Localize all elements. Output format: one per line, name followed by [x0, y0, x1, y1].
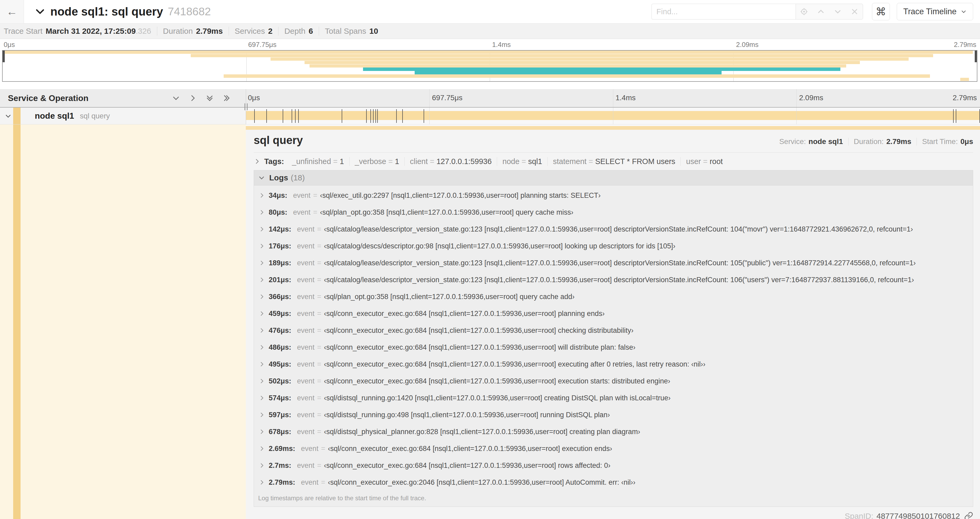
log-entry-row[interactable]: 476μs:event=‹sql/conn_executor_exec.go:6… [254, 322, 973, 339]
tag-item[interactable]: _verbose=1 [350, 157, 405, 166]
focus-target-icon[interactable] [800, 7, 808, 16]
trace-collapse-chevron-icon[interactable] [35, 6, 45, 17]
log-expand-chevron-icon[interactable] [259, 260, 265, 266]
tag-item[interactable]: statement=SELECT * FROM users [548, 157, 681, 166]
log-entry-row[interactable]: 502μs:event=‹sql/conn_executor_exec.go:6… [254, 373, 973, 390]
span-operation-name: sql query [80, 112, 110, 120]
log-expand-chevron-icon[interactable] [259, 446, 265, 452]
log-expand-chevron-icon[interactable] [259, 428, 265, 435]
expand-one-icon[interactable] [188, 94, 197, 102]
log-expand-chevron-icon[interactable] [259, 243, 265, 249]
tag-item[interactable]: client=127.0.0.1:59936 [405, 157, 497, 166]
log-field-value: ‹sql/conn_executor_exec.go:684 [nsql1,cl… [324, 377, 670, 385]
log-entry-row[interactable]: 80μs:event=‹sql/plan_opt.go:358 [nsql1,c… [254, 204, 973, 221]
deep-link-icon[interactable] [964, 512, 973, 519]
log-equals: = [317, 360, 321, 369]
log-expand-chevron-icon[interactable] [259, 462, 265, 469]
log-entry-row[interactable]: 678μs:event=‹sql/distsql_physical_planne… [254, 423, 973, 440]
prev-match-icon[interactable] [816, 7, 826, 16]
view-selector-button[interactable]: Trace Timeline [897, 3, 973, 20]
log-entry-row[interactable]: 2.79ms:event=‹sql/conn_executor_exec.go:… [254, 474, 973, 491]
span-row[interactable]: node sql1 sql query [0, 108, 980, 125]
log-entry-row[interactable]: 34μs:event=‹sql/exec_util.go:2297 [nsql1… [254, 187, 973, 204]
log-field-name: event [301, 445, 318, 453]
log-expand-chevron-icon[interactable] [259, 479, 265, 485]
log-timestamp: 80μs: [269, 208, 287, 217]
log-entry-row[interactable]: 574μs:event=‹sql/distsql_running.go:1420… [254, 390, 973, 406]
log-equals: = [317, 462, 321, 469]
column-divider-grip[interactable] [243, 103, 250, 110]
timeline-gridline [796, 89, 797, 107]
log-expand-chevron-icon[interactable] [259, 395, 265, 401]
log-entry-row[interactable]: 486μs:event=‹sql/conn_executor_exec.go:6… [254, 339, 973, 356]
log-expand-chevron-icon[interactable] [259, 361, 265, 367]
collapse-all-icon[interactable] [205, 94, 214, 102]
span-row-track[interactable] [246, 108, 980, 124]
tag-key: _verbose [355, 157, 386, 166]
log-entry-row[interactable]: 2.69ms:event=‹sql/conn_executor_exec.go:… [254, 440, 973, 457]
minimap-right-handle[interactable] [975, 51, 977, 62]
span-detail-stats: Service:node sql1Duration:2.79msStart Ti… [779, 137, 973, 146]
minimap-ruler: 0μs697.75μs1.4ms2.09ms2.79ms [2, 40, 978, 50]
log-entry-row[interactable]: 2.7ms:event=‹sql/conn_executor_exec.go:6… [254, 457, 973, 474]
log-timestamp: 2.79ms: [269, 478, 295, 487]
span-detail-content: sql query Service:node sql1Duration:2.79… [254, 134, 973, 519]
log-expand-chevron-icon[interactable] [259, 412, 265, 418]
service-operation-header: Service & Operation [0, 89, 246, 107]
log-expand-chevron-icon[interactable] [259, 378, 265, 384]
log-field-name: event [297, 360, 315, 369]
tag-item[interactable]: _unfinished=1 [286, 157, 349, 166]
back-arrow-icon: ← [6, 5, 18, 18]
collapse-one-icon[interactable] [172, 94, 180, 102]
log-entry-row[interactable]: 142μs:event=‹sql/catalog/lease/descripto… [254, 221, 973, 238]
log-expand-chevron-icon[interactable] [259, 226, 265, 232]
log-field-name: event [293, 208, 310, 217]
log-timestamp: 34μs: [269, 192, 287, 200]
clear-search-icon[interactable] [850, 7, 859, 16]
tag-value: 1 [340, 157, 344, 166]
tags-expand-chevron-icon[interactable] [254, 158, 261, 165]
meta-separator [278, 27, 278, 35]
minimap-span-bar [363, 67, 840, 71]
trace-meta-bar: Trace StartMarch 31 2022, 17:25:09.326Du… [0, 24, 980, 39]
find-control [651, 4, 863, 19]
log-entry-row[interactable]: 201μs:event=‹sql/catalog/lease/descripto… [254, 271, 973, 288]
log-field-value: ‹sql/distsql_physical_planner.go:828 [ns… [324, 428, 640, 436]
expand-all-icon[interactable] [222, 94, 231, 102]
log-entry-row[interactable]: 495μs:event=‹sql/conn_executor_exec.go:6… [254, 356, 973, 373]
log-entry-row[interactable]: 176μs:event=‹sql/catalog/descs/descripto… [254, 238, 973, 254]
log-expand-chevron-icon[interactable] [259, 277, 265, 283]
log-entry-row[interactable]: 459μs:event=‹sql/conn_executor_exec.go:6… [254, 305, 973, 322]
log-entry-row[interactable]: 366μs:event=‹sql/plan_opt.go:358 [nsql1,… [254, 288, 973, 305]
log-expand-chevron-icon[interactable] [259, 192, 265, 199]
logs-footnote: Log timestamps are relative to the start… [254, 491, 973, 506]
tag-item[interactable]: node=sql1 [497, 157, 548, 166]
keyboard-shortcuts-button[interactable]: ⌘ [872, 3, 890, 20]
tag-equals: = [430, 157, 434, 166]
minimap-left-handle[interactable] [3, 51, 5, 62]
log-expand-chevron-icon[interactable] [259, 344, 265, 350]
span-log-tick [298, 109, 299, 123]
logs-collapse-chevron-icon[interactable] [258, 174, 265, 181]
log-expand-chevron-icon[interactable] [259, 209, 265, 216]
logs-header[interactable]: Logs (18) [254, 170, 973, 185]
log-expand-chevron-icon[interactable] [259, 294, 265, 300]
back-button[interactable]: ← [0, 0, 24, 23]
trace-minimap[interactable] [2, 50, 977, 82]
log-expand-chevron-icon[interactable] [259, 327, 265, 334]
next-match-icon[interactable] [833, 7, 842, 16]
log-entry-row[interactable]: 597μs:event=‹sql/distsql_running.go:498 … [254, 406, 973, 423]
tag-item[interactable]: user=root [681, 157, 728, 166]
tags-row[interactable]: Tags: _unfinished=1_verbose=1client=127.… [254, 153, 973, 170]
log-equals: = [317, 276, 321, 284]
span-collapse-chevron-icon[interactable] [5, 113, 11, 120]
log-field-value: ‹sql/catalog/lease/descriptor_version_st… [324, 259, 916, 267]
tag-equals: = [589, 157, 593, 166]
find-input[interactable] [651, 4, 795, 19]
span-row-name-cell[interactable]: node sql1 sql query [0, 108, 246, 124]
log-field-value: ‹sql/conn_executor_exec.go:684 [nsql1,cl… [324, 343, 635, 351]
log-expand-chevron-icon[interactable] [259, 310, 265, 317]
ruler-tick-label: 2.79ms [953, 94, 977, 102]
log-entry-row[interactable]: 189μs:event=‹sql/catalog/lease/descripto… [254, 254, 973, 271]
detail-stat-value: node sql1 [808, 137, 843, 146]
